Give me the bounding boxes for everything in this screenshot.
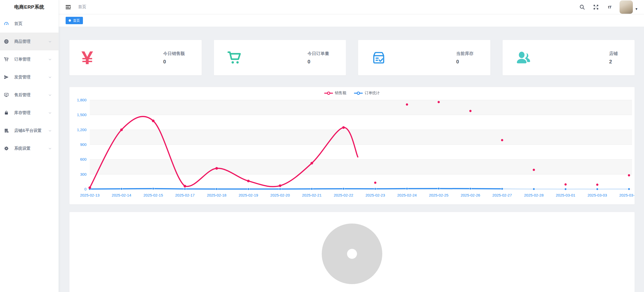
font-size-icon[interactable]: tT	[606, 3, 613, 11]
stat-card-value: 0	[456, 59, 474, 65]
stat-card-value: 2	[609, 59, 618, 65]
sidebar-item-label: 系统设置	[14, 146, 48, 151]
tab-active-dot-icon	[69, 19, 71, 22]
stat-card-label: 今日订单量	[308, 51, 329, 57]
stat-card-3: 店铺2	[503, 40, 635, 75]
chevron-down-icon	[48, 58, 52, 61]
user-menu-caret-icon[interactable]: ▾	[635, 7, 637, 11]
svg-text:2025-02-17: 2025-02-17	[175, 193, 195, 197]
sidebar-item-label: 售后管理	[14, 92, 48, 98]
svg-text:2025-03-03: 2025-03-03	[588, 193, 607, 197]
legend-label: 订单统计	[365, 91, 380, 95]
svg-text:300: 300	[80, 172, 86, 176]
svg-text:2025-02-28: 2025-02-28	[524, 193, 544, 197]
svg-text:2025-02-13: 2025-02-13	[80, 193, 100, 197]
sidebar-item-3[interactable]: 发货管理	[0, 68, 58, 86]
breadcrumb: 首页	[78, 4, 86, 10]
svg-text:2025-02-26: 2025-02-26	[461, 193, 480, 197]
svg-text:2025-03-01: 2025-03-01	[556, 193, 575, 197]
sidebar-collapse-icon[interactable]	[65, 3, 72, 11]
sidebar-menu: 首页商品管理订单管理发货管理售后管理库存管理店铺&平台设置系统设置	[0, 14, 58, 157]
chevron-down-icon	[48, 40, 52, 44]
sidebar-item-7[interactable]: 系统设置	[0, 140, 58, 157]
sidebar-item-label: 库存管理	[14, 110, 48, 116]
chevron-down-icon	[48, 147, 52, 150]
tab-label: 首页	[73, 18, 80, 23]
stat-card-value: 0	[163, 59, 185, 65]
svg-text:1,800: 1,800	[77, 98, 86, 102]
stat-card-1: 今日订单量0	[214, 40, 346, 75]
tab-bar: 首页	[59, 14, 644, 27]
drive-icon	[4, 128, 9, 133]
line-chart-canvas[interactable]: 03006009001,2001,5001,8002025-02-132025-…	[69, 87, 635, 204]
search-icon[interactable]	[578, 3, 586, 11]
chevron-down-icon	[48, 93, 52, 97]
stat-card-label: 今日销售额	[163, 51, 185, 57]
main-content: ¥今日销售额0今日订单量0当前库存0店铺2 销售额订单统计 0300600900…	[59, 27, 644, 292]
svg-text:2025-02-14: 2025-02-14	[112, 193, 131, 197]
tab-home[interactable]: 首页	[66, 17, 83, 24]
svg-text:2025-02-19: 2025-02-19	[239, 193, 258, 197]
pie-chart-card	[69, 212, 635, 292]
fullscreen-icon[interactable]	[592, 3, 600, 11]
sidebar-item-label: 订单管理	[14, 57, 48, 62]
svg-text:2025-02-18: 2025-02-18	[207, 193, 226, 197]
legend-item-1[interactable]: 订单统计	[354, 91, 380, 95]
stat-card-label: 当前库存	[456, 51, 474, 57]
sidebar-item-label: 发货管理	[14, 75, 48, 80]
chevron-down-icon	[48, 75, 52, 79]
sidebar: 电商ERP系统 首页商品管理订单管理发货管理售后管理库存管理店铺&平台设置系统设…	[0, 0, 59, 292]
svg-text:2025-02-25: 2025-02-25	[429, 193, 448, 197]
sales-orders-chart-card: 销售额订单统计 03006009001,2001,5001,8002025-02…	[69, 87, 635, 204]
stat-cards-row: ¥今日销售额0今日订单量0当前库存0店铺2	[69, 40, 635, 75]
svg-text:2025-02-15: 2025-02-15	[143, 193, 163, 197]
legend-item-0[interactable]: 销售额	[324, 91, 346, 95]
sidebar-item-6[interactable]: 店铺&平台设置	[0, 122, 58, 140]
svg-text:2025-02-21: 2025-02-21	[302, 193, 322, 197]
sidebar-item-5[interactable]: 库存管理	[0, 104, 58, 122]
svg-text:2025-02-24: 2025-02-24	[397, 193, 417, 197]
globe-icon	[4, 39, 9, 44]
monitor-icon	[4, 92, 9, 98]
yen-icon: ¥	[82, 50, 103, 66]
stat-card-label: 店铺	[609, 51, 618, 57]
svg-text:600: 600	[80, 157, 86, 161]
users-icon	[515, 50, 536, 66]
chevron-down-icon	[48, 111, 52, 115]
cart-icon	[4, 57, 9, 62]
top-bar: 首页 tT ▾	[59, 0, 644, 14]
chart-legend: 销售额订单统计	[69, 91, 635, 95]
chevron-down-icon	[48, 129, 52, 133]
svg-text:1,200: 1,200	[77, 128, 86, 132]
stat-card-value: 0	[308, 59, 329, 65]
svg-text:2025-02-22: 2025-02-22	[334, 193, 353, 197]
gear-icon	[4, 146, 9, 151]
svg-text:1,500: 1,500	[77, 113, 86, 117]
svg-text:2025-03-04: 2025-03-04	[619, 193, 635, 197]
sidebar-item-label: 首页	[14, 21, 52, 26]
svg-text:2025-02-20: 2025-02-20	[270, 193, 290, 197]
user-avatar[interactable]	[620, 1, 633, 14]
stat-card-0: ¥今日销售额0	[69, 40, 202, 75]
sidebar-item-4[interactable]: 售后管理	[0, 86, 58, 104]
svg-text:0: 0	[84, 187, 86, 191]
svg-text:2025-02-23: 2025-02-23	[365, 193, 385, 197]
inventory-box-icon	[371, 50, 391, 66]
sidebar-item-label: 店铺&平台设置	[14, 128, 48, 133]
empty-pie-placeholder	[322, 224, 382, 284]
sidebar-item-2[interactable]: 订单管理	[0, 50, 58, 68]
sidebar-item-1[interactable]: 商品管理	[0, 33, 58, 50]
sidebar-item-label: 商品管理	[14, 39, 48, 44]
sidebar-item-0[interactable]: 首页	[0, 15, 58, 33]
send-icon	[4, 74, 9, 80]
cart-icon	[227, 50, 247, 66]
stat-card-2: 当前库存0	[358, 40, 490, 75]
gauge-icon	[4, 21, 9, 26]
app-title: 电商ERP系统	[0, 0, 58, 14]
lock-icon	[4, 110, 9, 116]
legend-label: 销售额	[335, 91, 346, 95]
svg-text:2025-02-27: 2025-02-27	[492, 193, 512, 197]
svg-text:900: 900	[80, 142, 86, 147]
